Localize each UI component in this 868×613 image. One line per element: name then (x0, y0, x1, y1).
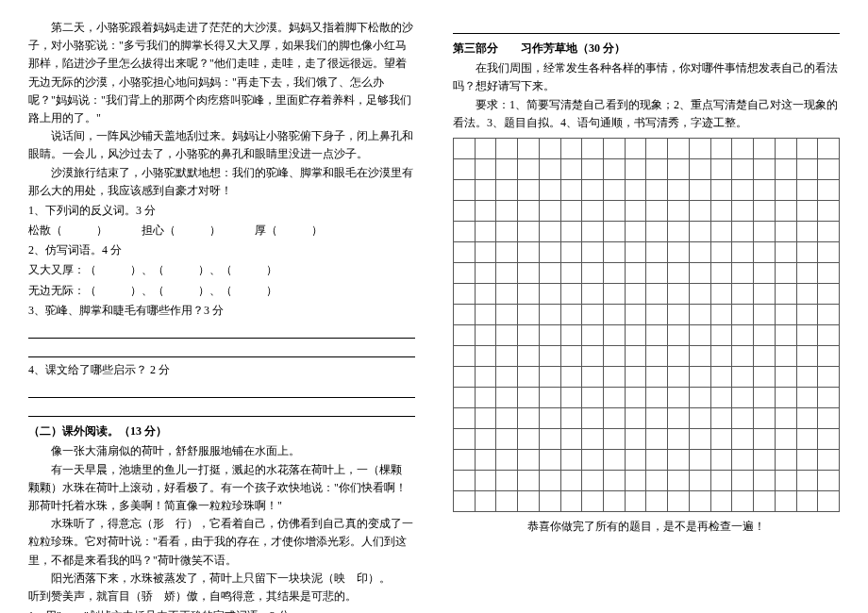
grid-cell (454, 324, 476, 345)
grid-cell (518, 490, 540, 511)
grid-cell (454, 366, 476, 387)
grid-cell (710, 324, 732, 345)
grid-cell (754, 262, 776, 283)
grid-cell (689, 407, 710, 428)
grid-cell (496, 262, 518, 283)
grid-cell (775, 428, 796, 449)
part3-requirements: 要求：1、简要写清楚自己看到的现象；2、重点写清楚自己对这一现象的看法。3、题目… (453, 96, 840, 132)
grid-cell (604, 138, 626, 158)
grid-cell (539, 324, 560, 345)
grid-cell (475, 470, 496, 490)
grid-cell (710, 449, 732, 470)
grid-cell (582, 158, 604, 179)
grid-cell (754, 158, 776, 179)
grid-cell (689, 241, 710, 262)
grid-cell (604, 179, 626, 200)
grid-cell (818, 304, 840, 324)
grid-cell (668, 428, 690, 449)
grid-cell (496, 449, 518, 470)
grid-cell (775, 200, 796, 221)
grid-cell (668, 283, 690, 304)
grid-cell (775, 138, 796, 158)
grid-cell (518, 428, 540, 449)
grid-cell (475, 158, 496, 179)
grid-cell (796, 138, 818, 158)
grid-cell (582, 262, 604, 283)
story-paragraph-2: 说话间，一阵风沙铺天盖地刮过来。妈妈让小骆驼俯下身子，闭上鼻孔和眼睛。一会儿，风… (28, 127, 415, 163)
grid-cell (689, 470, 710, 490)
grid-cell (625, 490, 646, 511)
grid-cell (560, 428, 582, 449)
grid-cell (518, 262, 540, 283)
grid-cell (710, 138, 732, 158)
grid-cell (646, 179, 668, 200)
section-2-title: （二）课外阅读。（13 分） (28, 422, 415, 440)
grid-cell (668, 221, 690, 241)
grid-cell (454, 283, 476, 304)
grid-cell (582, 221, 604, 241)
grid-cell (732, 387, 754, 407)
grid-cell (818, 324, 840, 345)
grid-cell (689, 158, 710, 179)
grid-cell (496, 179, 518, 200)
grid-cell (689, 324, 710, 345)
grid-cell (646, 283, 668, 304)
grid-cell (475, 428, 496, 449)
grid-cell (604, 490, 626, 511)
grid-cell (582, 324, 604, 345)
grid-cell (539, 407, 560, 428)
grid-cell (496, 221, 518, 241)
grid-cell (475, 283, 496, 304)
grid-cell (475, 304, 496, 324)
grid-cell (496, 387, 518, 407)
grid-cell (754, 449, 776, 470)
grid-cell (668, 345, 690, 366)
grid-cell (496, 304, 518, 324)
grid-cell (796, 324, 818, 345)
writing-grid (453, 138, 840, 512)
grid-cell (775, 283, 796, 304)
grid-cell (775, 449, 796, 470)
grid-cell (818, 407, 840, 428)
grid-cell (454, 200, 476, 221)
grid-cell (668, 241, 690, 262)
grid-cell (646, 158, 668, 179)
grid-cell (689, 179, 710, 200)
grid-cell (582, 241, 604, 262)
grid-cell (625, 428, 646, 449)
grid-cell (732, 241, 754, 262)
grid-cell (604, 345, 626, 366)
grid-cell (710, 221, 732, 241)
grid-cell (582, 304, 604, 324)
grid-cell (754, 324, 776, 345)
grid-cell (604, 428, 626, 449)
grid-cell (625, 221, 646, 241)
grid-cell (796, 200, 818, 221)
grid-cell (454, 304, 476, 324)
grid-cell (475, 262, 496, 283)
grid-cell (775, 345, 796, 366)
question-1-blanks: 松散（ ） 担心（ ） 厚（ ） (28, 222, 415, 240)
grid-cell (604, 221, 626, 241)
grid-cell (732, 407, 754, 428)
grid-cell (710, 304, 732, 324)
grid-cell (668, 387, 690, 407)
grid-cell (539, 241, 560, 262)
grid-cell (454, 179, 476, 200)
grid-cell (625, 158, 646, 179)
grid-cell (518, 449, 540, 470)
grid-cell (625, 304, 646, 324)
grid-cell (689, 262, 710, 283)
grid-cell (625, 200, 646, 221)
grid-cell (646, 304, 668, 324)
grid-cell (496, 345, 518, 366)
grid-cell (818, 138, 840, 158)
grid-cell (454, 262, 476, 283)
grid-cell (818, 387, 840, 407)
grid-cell (518, 366, 540, 387)
grid-cell (689, 221, 710, 241)
reading-paragraph-4: 阳光洒落下来，水珠被蒸发了，荷叶上只留下一块块泥（映 印）。 (28, 570, 415, 588)
grid-cell (818, 221, 840, 241)
grid-cell (604, 241, 626, 262)
grid-cell (732, 283, 754, 304)
